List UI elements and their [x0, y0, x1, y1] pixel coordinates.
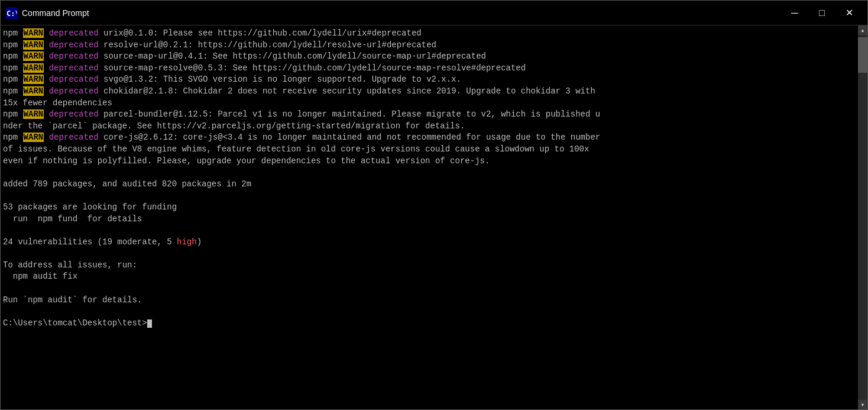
terminal-text: source-map-url@0.4.1: See https://github…	[99, 51, 486, 61]
terminal-text: svgo@1.3.2: This SVGO version is no long…	[99, 75, 461, 84]
terminal-text: 24 vulnerabilities (19 moderate, 5	[3, 237, 177, 247]
terminal-text	[44, 63, 48, 73]
terminal-text	[44, 40, 48, 50]
minimize-button[interactable]: ─	[781, 1, 808, 25]
terminal-line: npm WARN deprecated urix@0.1.0: Please s…	[3, 28, 856, 40]
terminal-text: nder the `parcel` package. See https://v…	[3, 121, 465, 131]
terminal-text: resolve-url@0.2.1: https://github.com/ly…	[99, 40, 436, 50]
terminal-text: npm	[3, 40, 23, 50]
warn-label: WARN	[23, 75, 44, 84]
terminal-line	[3, 167, 856, 179]
warn-label: WARN	[23, 133, 44, 142]
terminal-line: Run `npm audit` for details.	[3, 295, 856, 306]
terminal-line: 15x fewer dependencies	[3, 98, 856, 109]
deprecated-label: deprecated	[49, 75, 99, 84]
terminal-line: npm WARN deprecated svgo@1.3.2: This SVG…	[3, 74, 856, 86]
terminal-line: npm audit fix	[3, 271, 856, 283]
terminal-line	[3, 190, 856, 202]
terminal-text: parcel-bundler@1.12.5: Parcel v1 is no l…	[99, 109, 601, 119]
terminal-text	[44, 109, 48, 119]
terminal-text: npm	[3, 28, 23, 38]
terminal-text	[44, 51, 48, 61]
warn-label: WARN	[23, 40, 44, 50]
scrollbar-track[interactable]: ▲ ▼	[858, 25, 867, 409]
close-button[interactable]: ✕	[835, 1, 863, 25]
scroll-down-arrow[interactable]: ▼	[858, 400, 867, 409]
cmd-icon: C:\	[5, 7, 17, 19]
terminal-text: 15x fewer dependencies	[3, 98, 112, 108]
terminal-line: npm WARN deprecated parcel-bundler@1.12.…	[3, 109, 856, 121]
terminal-line: nder the `parcel` package. See https://v…	[3, 121, 856, 133]
deprecated-label: deprecated	[49, 133, 99, 142]
deprecated-label: deprecated	[49, 28, 99, 38]
terminal-text: urix@0.1.0: Please see https://github.co…	[99, 28, 422, 38]
terminal-scroll-area: npm WARN deprecated urix@0.1.0: Please s…	[1, 25, 867, 409]
terminal-text: 53 packages are looking for funding	[3, 202, 177, 212]
terminal-text	[44, 133, 48, 142]
warn-label: WARN	[23, 28, 44, 38]
terminal-text: npm	[3, 51, 23, 61]
title-bar: C:\ Command Prompt ─ □ ✕	[1, 1, 867, 25]
high-severity: high	[177, 237, 197, 247]
terminal-line: npm WARN deprecated source-map-resolve@0…	[3, 63, 856, 75]
terminal-text: added 789 packages, and audited 820 pack…	[3, 179, 251, 189]
terminal-line	[3, 283, 856, 295]
warn-label: WARN	[23, 109, 44, 119]
terminal-text: To address all issues, run:	[3, 260, 137, 270]
terminal-text: core-js@2.6.12: core-js@<3.4 is no longe…	[99, 133, 601, 142]
terminal-line: npm WARN deprecated resolve-url@0.2.1: h…	[3, 40, 856, 51]
terminal-line: of issues. Because of the V8 engine whim…	[3, 144, 856, 156]
cursor	[147, 319, 152, 328]
terminal-text: source-map-resolve@0.5.3: See https://gi…	[99, 63, 526, 73]
maximize-button[interactable]: □	[808, 1, 835, 25]
terminal-text: npm	[3, 86, 23, 96]
terminal-line	[3, 248, 856, 260]
scrollbar-thumb[interactable]	[858, 37, 867, 73]
terminal-line: 24 vulnerabilities (19 moderate, 5 high)	[3, 237, 856, 248]
terminal-line: run npm fund for details	[3, 214, 856, 225]
terminal-line: npm WARN deprecated core-js@2.6.12: core…	[3, 132, 856, 144]
terminal-line: C:\Users\tomcat\Desktop\test>	[3, 318, 856, 330]
terminal-line	[3, 225, 856, 237]
terminal-text	[44, 75, 48, 84]
terminal-line: even if nothing is polyfilled. Please, u…	[3, 156, 856, 167]
deprecated-label: deprecated	[49, 51, 99, 61]
window-controls: ─ □ ✕	[781, 1, 863, 25]
terminal-text: Run `npm audit` for details.	[3, 295, 142, 305]
warn-label: WARN	[23, 86, 44, 96]
terminal-text: npm	[3, 133, 23, 142]
terminal-text: chokidar@2.1.8: Chokidar 2 does not rece…	[99, 86, 595, 96]
terminal-text: run npm fund for details	[3, 214, 142, 224]
deprecated-label: deprecated	[49, 40, 99, 50]
terminal-line: npm WARN deprecated source-map-url@0.4.1…	[3, 51, 856, 63]
terminal-text: C:\Users\tomcat\Desktop\test>	[3, 318, 147, 328]
svg-text:C:\: C:\	[7, 9, 17, 18]
terminal-text: even if nothing is polyfilled. Please, u…	[3, 156, 490, 166]
terminal-line: 53 packages are looking for funding	[3, 202, 856, 214]
terminal-text: npm	[3, 63, 23, 73]
terminal-text: of issues. Because of the V8 engine whim…	[3, 144, 589, 154]
scroll-up-arrow[interactable]: ▲	[858, 25, 867, 35]
terminal-text: npm	[3, 75, 23, 84]
terminal-text	[44, 28, 48, 38]
warn-label: WARN	[23, 51, 44, 61]
terminal-line: added 789 packages, and audited 820 pack…	[3, 179, 856, 191]
terminal-line: To address all issues, run:	[3, 260, 856, 272]
command-prompt-window: C:\ Command Prompt ─ □ ✕ npm WARN deprec…	[0, 0, 868, 410]
warn-label: WARN	[23, 63, 44, 73]
terminal-line: npm WARN deprecated chokidar@2.1.8: Chok…	[3, 86, 856, 98]
deprecated-label: deprecated	[49, 86, 99, 96]
deprecated-label: deprecated	[49, 109, 99, 119]
terminal-text: npm	[3, 109, 23, 119]
terminal-text: )	[197, 237, 202, 247]
terminal-line	[3, 306, 856, 318]
terminal-text	[44, 86, 48, 96]
terminal-text: npm audit fix	[3, 272, 77, 281]
window-title: Command Prompt	[22, 8, 781, 18]
deprecated-label: deprecated	[49, 63, 99, 73]
terminal-content[interactable]: npm WARN deprecated urix@0.1.0: Please s…	[1, 25, 858, 409]
